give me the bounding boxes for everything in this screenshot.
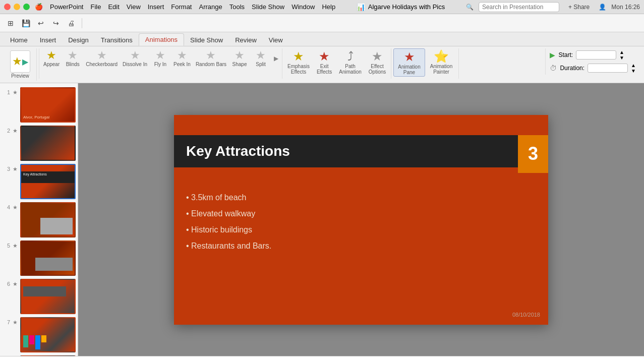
duration-input[interactable]: [588, 64, 628, 73]
bullet-4: • Restaurants and Bars.: [186, 242, 271, 251]
slide-img-1[interactable]: Alvor, Portugal: [20, 87, 76, 123]
anim-checkerboard[interactable]: ★ Checkerboard: [84, 49, 120, 68]
slide-num-1: 1: [2, 87, 10, 95]
menu-help[interactable]: Help: [322, 3, 335, 11]
grid-button[interactable]: ⊞: [4, 17, 17, 30]
tab-insert[interactable]: Insert: [34, 34, 63, 46]
slide-img-3[interactable]: Key Attractions: [20, 164, 76, 199]
search-input[interactable]: [479, 2, 559, 12]
main-content: 1 ★ Alvor, Portugal 2 ★ 3 ★: [0, 83, 644, 356]
slide-img-inner-6: [21, 280, 75, 313]
slide-star-8: ★: [12, 355, 18, 356]
maximize-button[interactable]: [23, 4, 30, 10]
slide-thumb-2[interactable]: 2 ★: [2, 126, 76, 161]
anim-dissolve[interactable]: ★ Dissolve In: [121, 49, 149, 68]
slide-num-8: 8: [2, 355, 10, 356]
preview-button[interactable]: ★ ▶ Preview: [8, 49, 32, 80]
tab-slideshow[interactable]: Slide Show: [184, 34, 229, 46]
search-icon[interactable]: 🔍: [466, 4, 474, 11]
slide-star-5: ★: [12, 241, 18, 249]
menu-slideshow[interactable]: Slide Show: [252, 3, 284, 11]
tab-design[interactable]: Design: [62, 34, 94, 46]
slide-img-6[interactable]: [20, 279, 76, 314]
apple-menu[interactable]: 🍎: [35, 3, 43, 11]
slide-canvas[interactable]: Key Attractions 3 • 3.5km of beach • Ele…: [174, 115, 548, 325]
ribbon-sep-3: [391, 48, 391, 79]
menu-window[interactable]: Window: [291, 3, 315, 11]
anim-flyin[interactable]: ★ Fly In: [150, 49, 170, 68]
slide-star-7: ★: [12, 317, 18, 326]
animation-pane-button[interactable]: ★ AnimationPane: [393, 48, 425, 77]
ribbon-content: ★ ▶ Preview ★ Appear ★ Blinds ★ Checker: [0, 46, 644, 83]
save-button[interactable]: 💾: [19, 17, 32, 30]
slide-img-inner-3: Key Attractions: [21, 165, 75, 198]
slide-img-8[interactable]: [20, 355, 76, 356]
slide-num-2: 2: [2, 126, 10, 134]
exit-effects-button[interactable]: ★ ExitEffects: [314, 48, 335, 76]
menu-file[interactable]: File: [90, 3, 101, 11]
animation-painter-button[interactable]: ⭐ AnimationPainter: [426, 48, 456, 76]
bullet-1: • 3.5km of beach: [186, 193, 271, 202]
print-button[interactable]: 🖨: [65, 17, 78, 30]
user-icon[interactable]: 👤: [599, 4, 606, 11]
anim-split[interactable]: ★ Split: [251, 49, 271, 68]
window-controls[interactable]: [4, 4, 30, 10]
ribbon-group-preview: ★ ▶ Preview: [4, 48, 37, 81]
slide-thumb-8[interactable]: 8 ★: [2, 355, 76, 356]
slide-img-4[interactable]: [20, 202, 76, 237]
redo-button[interactable]: ↪: [49, 17, 63, 30]
anim-blinds[interactable]: ★ Blinds: [63, 49, 83, 68]
effect-options-button[interactable]: ★ EffectOptions: [366, 48, 389, 76]
slide-thumb-4[interactable]: 4 ★: [2, 202, 76, 237]
slide-star-6: ★: [12, 279, 18, 287]
tab-transitions[interactable]: Transitions: [95, 34, 139, 46]
menu-format[interactable]: Format: [171, 3, 192, 11]
slide-img-7[interactable]: [20, 317, 76, 352]
tab-view[interactable]: View: [263, 34, 289, 46]
document-title-area: 📊 Algarve Holidays with Pics: [335, 3, 466, 11]
tab-animations[interactable]: Animations: [139, 33, 184, 46]
animation-more-button[interactable]: ▶: [272, 48, 280, 69]
slide-thumb-7[interactable]: 7 ★: [2, 317, 76, 352]
slide-thumb-1[interactable]: 1 ★ Alvor, Portugal: [2, 87, 76, 123]
menu-arrange[interactable]: Arrange: [199, 3, 222, 11]
anim-appear[interactable]: ★ Appear: [41, 49, 62, 68]
menu-insert[interactable]: Insert: [148, 3, 164, 11]
tab-review[interactable]: Review: [229, 34, 263, 46]
slide-img-2[interactable]: [20, 126, 76, 161]
slide-thumb-6[interactable]: 6 ★: [2, 279, 76, 314]
slide-num-4: 4: [2, 202, 10, 210]
undo-button[interactable]: ↩: [34, 17, 47, 30]
slide-thumb-5[interactable]: 5 ★: [2, 241, 76, 276]
slide-thumb-3[interactable]: 3 ★ Key Attractions: [2, 164, 76, 199]
canvas-area[interactable]: Key Attractions 3 • 3.5km of beach • Ele…: [78, 83, 644, 356]
minimize-button[interactable]: [14, 4, 20, 10]
slide-img-5[interactable]: [20, 241, 76, 276]
menu-powerpoint[interactable]: PowerPoint: [50, 3, 83, 11]
tab-home[interactable]: Home: [4, 34, 34, 46]
menu-bar: 🍎 PowerPoint File Edit View Insert Forma…: [35, 3, 335, 11]
slide-star-4: ★: [12, 202, 18, 211]
emphasis-effects-button[interactable]: ★ EmphasisEffects: [284, 48, 313, 76]
menu-edit[interactable]: Edit: [108, 3, 119, 11]
slide-number: 3: [528, 143, 538, 164]
slide-header: Key Attractions: [174, 135, 518, 167]
duration-spinner[interactable]: ▲▼: [631, 63, 636, 74]
share-button[interactable]: + Share: [564, 3, 594, 12]
anim-randombars[interactable]: ★ Random Bars: [194, 49, 228, 68]
start-spinner-up[interactable]: ▲▼: [619, 49, 624, 61]
menu-tools[interactable]: Tools: [229, 3, 245, 11]
notes-bar[interactable]: Click to add notes: [0, 356, 644, 358]
slide-star-3: ★: [12, 164, 18, 172]
ribbon-sep-2: [282, 48, 282, 79]
slide-num-6: 6: [2, 279, 10, 287]
anim-peekin[interactable]: ★ Peek In: [171, 49, 193, 68]
start-input[interactable]: [576, 50, 616, 59]
anim-shape[interactable]: ★ Shape: [229, 49, 250, 68]
menu-view[interactable]: View: [127, 3, 141, 11]
slide-number-badge: 3: [518, 135, 548, 173]
close-button[interactable]: [4, 4, 11, 10]
slide-date: 08/10/2018: [512, 312, 540, 318]
path-animation-button[interactable]: ⤴ PathAnimation: [336, 48, 364, 76]
titlebar-right: 🔍 + Share 👤 Mon 16:26: [466, 2, 640, 12]
